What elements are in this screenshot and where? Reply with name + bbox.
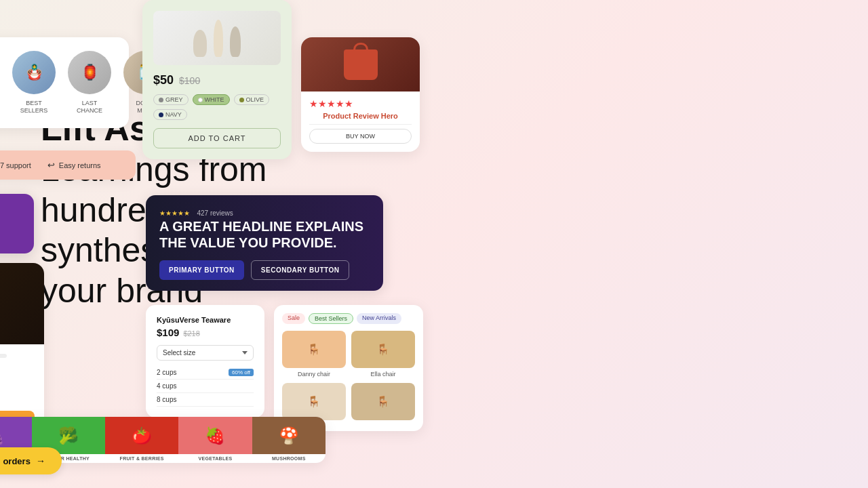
ella-chair-icon: 🪑	[376, 343, 390, 356]
review-hero-content: ★★★★★ Product Review Hero BUY NOW	[301, 92, 420, 152]
teaware-card: KyūsuVerse Teaware $109 $218 Select size…	[146, 305, 264, 418]
teaware-size-select[interactable]: Select size 2 cups 4 cups 8 cups	[157, 345, 254, 361]
product-detail-image	[0, 263, 44, 344]
chair-4-image: 🪑	[351, 383, 415, 420]
color-navy[interactable]: NAVY	[153, 109, 187, 120]
teaware-title: KyūsuVerse Teaware	[157, 316, 254, 324]
last-chance-label: LASTCHANCE	[77, 100, 102, 115]
add-to-cart-button[interactable]: ADD TO CART	[153, 128, 281, 148]
chair-4-icon: 🪑	[376, 395, 390, 408]
danny-chair-name: Danny chair	[282, 371, 346, 378]
hero-banner-buttons: PRIMARY BUTTON SECONDARY BUTTON	[159, 260, 370, 280]
returns-icon: ↩	[47, 160, 55, 170]
free-shipping-bottom-text: Free shipping on all orders	[0, 456, 31, 466]
price-old: $100	[179, 75, 200, 86]
hero-banner-stars: ★★★★★	[159, 209, 190, 217]
option-8cups-label: 8 cups	[157, 396, 176, 403]
teaware-option-2cups[interactable]: 2 cups 60% off	[157, 366, 254, 380]
mushrooms-label: MUSHROOMS	[252, 454, 326, 463]
danny-chair-icon: 🪑	[307, 343, 321, 356]
hero-banner-stars-row: ★★★★★ 427 reviews	[159, 206, 370, 218]
last-chance-circle: 🏮	[68, 51, 111, 94]
pd-feature-1: 🌿 Made with natural ingredients	[0, 373, 35, 380]
support-item: 💬 24/7 support	[0, 160, 31, 170]
ella-chair-name: Ella chair	[351, 371, 415, 378]
tag-best-sellers[interactable]: Best Sellers	[309, 313, 353, 324]
category-circles-widget: 🪑 EDITORSPICKS 💐 SPRINGNEWS 🪆 BESTSELLER…	[0, 37, 129, 128]
teaware-price-old: $218	[183, 329, 199, 338]
discount-badge-2cups: 60% off	[229, 369, 254, 376]
grocery-item-vegetables[interactable]: 🍓 VEGETABLES	[178, 417, 252, 463]
price-row: $50 $100	[153, 73, 281, 87]
buy-now-button[interactable]: BUY NOW	[309, 129, 412, 144]
grocery-item-mushrooms[interactable]: 🍄 MUSHROOMS	[252, 417, 326, 463]
pd-feature-2: ↩ Free 30-day returns	[0, 384, 35, 391]
teaware-option-8cups[interactable]: 8 cups	[157, 393, 254, 407]
hero-primary-button[interactable]: PRIMARY BUTTON	[159, 260, 244, 280]
review-hero-title: Product Review Hero	[309, 112, 412, 120]
teaware-price-row: $109 $218	[157, 327, 254, 338]
arrow-right-icon: →	[36, 455, 45, 466]
hero-secondary-button[interactable]: SECONDARY BUTTON	[251, 260, 350, 280]
product-image-top	[153, 11, 281, 65]
hero-banner-reviews: 427 reviews	[197, 209, 233, 217]
review-hero-image	[301, 37, 420, 92]
danny-chair-image: 🪑	[282, 331, 346, 368]
ella-chair-image: 🪑	[351, 331, 415, 368]
color-grey[interactable]: GREY	[153, 94, 189, 105]
teaware-option-4cups[interactable]: 4 cups	[157, 380, 254, 393]
tag-sale[interactable]: Sale	[282, 313, 305, 324]
mushrooms-image: 🍄	[252, 417, 326, 454]
free-shipping-bottom-banner[interactable]: 🚚 Free shipping on all orders →	[0, 447, 62, 474]
fruit-label: FRUIT & BERRIES	[105, 454, 178, 463]
countdown-numbers: 12 DAYS 14 HRS 23 MIN	[0, 220, 20, 244]
category-item-best-sellers[interactable]: 🪆 BESTSELLERS	[12, 51, 56, 115]
returns-text: Easy returns	[59, 161, 101, 169]
headline-line1: A GREAT HEADLINE EXPLAINS	[159, 219, 363, 234]
review-stars: ★★★★★	[309, 98, 412, 109]
pd-feature-3: 🚚 Free shipping worldwide	[0, 394, 35, 402]
chair-3-icon: 🪑	[307, 395, 321, 408]
vegetables-label: VEGETABLES	[178, 454, 252, 463]
review-hero-card: ★★★★★ Product Review Hero BUY NOW	[301, 37, 420, 152]
shipping-banner: 🚚 Free shipping 💬 24/7 support ↩ Easy re…	[0, 150, 136, 180]
color-olive[interactable]: OLIVE	[234, 94, 270, 105]
furniture-items-grid: 🪑 Danny chair 🪑 Ella chair 🪑 🪑	[282, 331, 415, 423]
furniture-grid: Sale Best Sellers New Arrivals 🪑 Danny c…	[274, 305, 423, 431]
hero-banner-headline: A GREAT HEADLINE EXPLAINS THE VALUE YOU …	[159, 218, 370, 251]
headline-line2: THE VALUE YOU PROVIDE.	[159, 235, 337, 250]
best-sellers-circle: 🪆	[12, 51, 56, 94]
chair-3-image: 🪑	[282, 383, 346, 420]
pd-title-line	[0, 354, 7, 358]
support-text: 24/7 support	[0, 161, 31, 169]
countdown-card: Get 20% off bestsellers 12 DAYS 14 HRS 2…	[0, 194, 34, 253]
furniture-item-partial2[interactable]: 🪑	[351, 383, 415, 423]
color-options: GREY WHITE OLIVE NAVY	[153, 94, 281, 120]
best-sellers-label: BESTSELLERS	[20, 100, 48, 115]
divider	[309, 124, 412, 125]
teaware-price: $109	[157, 327, 179, 338]
option-4cups-label: 4 cups	[157, 382, 176, 390]
vegetables-image: 🍓	[178, 417, 252, 454]
furniture-item-ella[interactable]: 🪑 Ella chair	[351, 331, 415, 378]
furniture-tags: Sale Best Sellers New Arrivals	[282, 313, 415, 324]
returns-item: ↩ Easy returns	[47, 160, 101, 170]
fruit-image: 🍅	[105, 417, 178, 454]
color-white[interactable]: WHITE	[193, 94, 230, 105]
option-2cups-label: 2 cups	[157, 369, 176, 376]
category-item-last-chance[interactable]: 🏮 LASTCHANCE	[68, 51, 111, 115]
hero-banner-widget: ★★★★★ 427 reviews A GREAT HEADLINE EXPLA…	[146, 195, 383, 291]
product-detail-card: 🌿 Made with natural ingredients ↩ Free 3…	[0, 263, 44, 440]
countdown-title: Get 20% off bestsellers	[0, 203, 20, 213]
furniture-item-danny[interactable]: 🪑 Danny chair	[282, 331, 346, 378]
price-new: $50	[153, 73, 174, 87]
product-card-top: $50 $100 GREY WHITE OLIVE NAVY ADD TO CA…	[142, 0, 292, 159]
tag-new-arrivals[interactable]: New Arrivals	[357, 313, 401, 324]
grocery-item-fruit[interactable]: 🍅 FRUIT & BERRIES	[105, 417, 178, 463]
